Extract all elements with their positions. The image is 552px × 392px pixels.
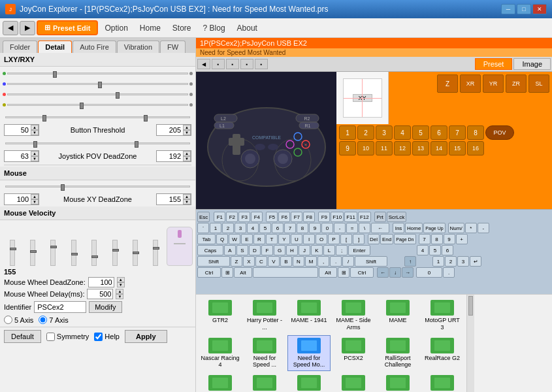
- slider-thumb-4[interactable]: [80, 103, 84, 109]
- slider-thumb-2[interactable]: [98, 82, 102, 88]
- slider-track-3[interactable]: [7, 93, 188, 95]
- kb-f12[interactable]: F12: [358, 212, 371, 222]
- tab-folder[interactable]: Folder: [3, 41, 37, 53]
- kb-downarrow[interactable]: ↓: [389, 267, 401, 278]
- preset-mame1941[interactable]: MAME - 1941: [287, 297, 331, 334]
- vel-handle-1[interactable]: [10, 248, 16, 250]
- preset-mame[interactable]: MAME: [376, 297, 419, 334]
- preset-realrace[interactable]: RealRace G2: [421, 335, 464, 372]
- preset-scrollbar[interactable]: [466, 295, 474, 392]
- kb-num3[interactable]: 3: [457, 256, 469, 267]
- btn-14[interactable]: 14: [430, 141, 447, 155]
- kb-s[interactable]: S: [236, 245, 248, 255]
- kb-ralt[interactable]: Alt: [319, 267, 337, 278]
- slider-track-2[interactable]: [7, 83, 188, 85]
- forward-button[interactable]: ▶: [20, 21, 35, 35]
- kb-6[interactable]: 6: [272, 223, 284, 233]
- vel-handle-3[interactable]: [50, 246, 57, 248]
- kb-1[interactable]: 1: [210, 223, 221, 233]
- btn-1[interactable]: 1: [339, 125, 356, 140]
- nav-icon-1[interactable]: ◀: [197, 59, 210, 69]
- threshold-slider-thumb-r[interactable]: [135, 141, 138, 148]
- preset-testdrive[interactable]: Test Drive...: [376, 372, 419, 392]
- kb-space[interactable]: [253, 267, 318, 278]
- kb-scrlck[interactable]: ScrLck: [387, 212, 406, 222]
- kb-equal[interactable]: =: [346, 223, 358, 233]
- kb-enter[interactable]: Enter: [348, 245, 370, 255]
- kb-num5[interactable]: 5: [429, 245, 441, 255]
- kb-num2[interactable]: 2: [445, 256, 457, 267]
- back-button[interactable]: ◀: [3, 21, 18, 35]
- home-menu[interactable]: Home: [135, 21, 166, 35]
- kb-numenter[interactable]: ↵: [470, 256, 481, 267]
- nav-icon-2[interactable]: ▪: [212, 59, 225, 69]
- vel-handle-5[interactable]: [91, 255, 98, 258]
- wheel-delay-up[interactable]: ▲: [116, 289, 123, 294]
- kb-f6[interactable]: F6: [278, 212, 290, 222]
- kb-period[interactable]: .: [330, 256, 342, 267]
- single-slider-track[interactable]: [5, 116, 190, 118]
- btn-4[interactable]: 4: [394, 125, 411, 140]
- btn-zr[interactable]: ZR: [506, 74, 527, 93]
- tab-fw[interactable]: FW: [160, 41, 186, 53]
- kb-numminus[interactable]: -: [478, 223, 489, 233]
- btn-z[interactable]: Z: [437, 74, 458, 93]
- kb-f7[interactable]: F7: [291, 212, 302, 222]
- kb-f10[interactable]: F10: [331, 212, 344, 222]
- kb-num1[interactable]: 1: [432, 256, 444, 267]
- btn-3[interactable]: 3: [376, 125, 393, 140]
- kb-f4[interactable]: F4: [251, 212, 263, 222]
- image-tab[interactable]: Image: [513, 58, 551, 70]
- kb-rshift[interactable]: Shift: [355, 256, 387, 267]
- single-slider-thumb[interactable]: [42, 115, 46, 122]
- wheel-deadzone-down[interactable]: ▼: [117, 282, 125, 287]
- option-menu[interactable]: Option: [99, 21, 133, 35]
- mouse-xy-right-down[interactable]: ▼: [183, 199, 191, 204]
- blog-menu[interactable]: ? Blog: [198, 21, 231, 35]
- btn-12[interactable]: 12: [394, 141, 411, 155]
- kb-3[interactable]: 3: [235, 223, 246, 233]
- nav-icon-5[interactable]: ▪: [255, 59, 268, 69]
- help-checkbox[interactable]: [94, 333, 103, 341]
- vel-slider-5[interactable]: [91, 240, 97, 266]
- kb-numplus[interactable]: +: [456, 234, 468, 244]
- kb-u[interactable]: U: [291, 234, 302, 244]
- kb-i[interactable]: I: [303, 234, 315, 244]
- kb-l[interactable]: L: [323, 245, 335, 255]
- kb-7[interactable]: 7: [284, 223, 296, 233]
- btn-7[interactable]: 7: [449, 125, 466, 140]
- kb-esc[interactable]: Esc: [197, 212, 210, 222]
- slider-thumb-3[interactable]: [116, 92, 120, 99]
- btn-5[interactable]: 5: [412, 125, 429, 140]
- tab-detail[interactable]: Detail: [38, 41, 72, 53]
- mouse-xy-right-up[interactable]: ▲: [183, 194, 191, 199]
- kb-w[interactable]: W: [229, 234, 240, 244]
- threshold-left-value[interactable]: [5, 125, 31, 135]
- threshold-left-down[interactable]: ▼: [31, 130, 39, 135]
- vel-slider-7[interactable]: [133, 240, 138, 266]
- wheel-deadzone-up[interactable]: ▲: [117, 277, 125, 282]
- kb-0[interactable]: 0: [321, 223, 333, 233]
- kb-j[interactable]: J: [299, 245, 310, 255]
- kb-lbracket[interactable]: [: [340, 234, 352, 244]
- kb-h[interactable]: H: [286, 245, 298, 255]
- maximize-button[interactable]: □: [517, 4, 531, 14]
- mouse-xy-slider-track[interactable]: [5, 186, 190, 188]
- symmetry-checkbox[interactable]: [46, 333, 55, 341]
- btn-8[interactable]: 8: [467, 125, 484, 140]
- kb-backslash[interactable]: \: [359, 223, 370, 233]
- kb-home[interactable]: Home: [405, 223, 423, 233]
- preset-motogp[interactable]: MotoGP URT 3: [421, 297, 464, 334]
- vel-handle-7[interactable]: [133, 252, 139, 254]
- btn-pov[interactable]: POV: [485, 125, 514, 140]
- threshold-left-input[interactable]: ▲ ▼: [4, 124, 39, 136]
- about-menu[interactable]: About: [232, 21, 263, 35]
- kb-n[interactable]: N: [293, 256, 304, 267]
- kb-v[interactable]: V: [268, 256, 280, 267]
- preset-starnu[interactable]: Star Nu...: [287, 372, 331, 392]
- preset-silenthill[interactable]: Silent Hill3: [243, 372, 286, 392]
- kb-p[interactable]: P: [328, 234, 340, 244]
- kb-leftarrow[interactable]: ←: [377, 267, 389, 278]
- radio-5axis-label[interactable]: 5 Axis: [4, 316, 33, 324]
- slider-track-1[interactable]: [7, 73, 188, 74]
